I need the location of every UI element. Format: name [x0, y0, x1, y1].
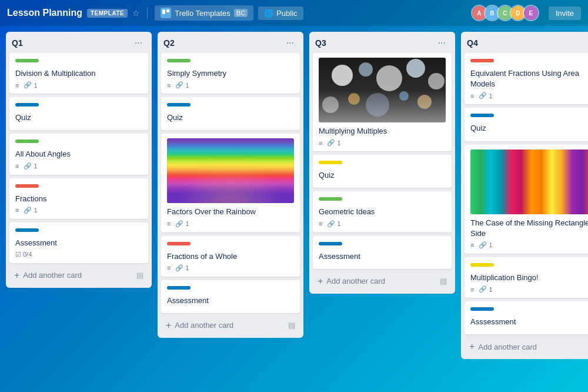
- star-icon[interactable]: ☆: [132, 8, 140, 18]
- card-meta: ≡ 🔗 1: [319, 139, 446, 147]
- card-label-blue: [15, 228, 39, 232]
- divider: [147, 7, 148, 19]
- column-menu-q3[interactable]: ···: [435, 36, 449, 49]
- attachment-count: 1: [185, 220, 189, 227]
- card-title: Multiplication Bingo!: [470, 273, 588, 283]
- card-factors-rainbow[interactable]: Factors Over the Rainbow ≡ 🔗 1: [161, 134, 300, 232]
- attachment-item: 🔗 1: [175, 220, 189, 228]
- description-icon-item: ≡: [470, 241, 474, 248]
- card-quiz-q2[interactable]: Quiz: [161, 97, 300, 130]
- card-label-green: [15, 59, 39, 62]
- add-card-button-q1[interactable]: + Add another card ▤: [9, 267, 148, 284]
- card-image-corridors: [470, 150, 588, 214]
- card-meta: ≡ 🔗 1: [15, 207, 142, 214]
- avatar[interactable]: E: [523, 5, 539, 21]
- card-quiz-q4[interactable]: Quiz: [465, 108, 588, 141]
- card-missing-rectangle[interactable]: The Case of the Missing Rectangle Side ≡…: [465, 145, 588, 254]
- checklist-count: 0/4: [23, 251, 32, 258]
- card-assessment-q1[interactable]: Assessment ☑ 0/4: [9, 222, 148, 263]
- card-meta: ≡ 🔗 1: [470, 92, 588, 99]
- card-quiz-q3[interactable]: Quiz: [313, 155, 452, 188]
- attachment-count: 1: [337, 220, 340, 227]
- plus-icon: +: [166, 320, 171, 331]
- checklist-item: ☑ 0/4: [15, 251, 32, 258]
- card-assessment-q2[interactable]: Assessment: [161, 280, 300, 313]
- column-content-q2: Simply Symmetry ≡ 🔗 1 Quiz: [158, 53, 303, 317]
- column-content-q4: Equivalent Fractions Using Area Models ≡…: [461, 53, 588, 338]
- card-assessment-q3[interactable]: Assessment: [313, 236, 452, 269]
- add-card-label: Add another card: [175, 321, 233, 330]
- card-all-about-angles[interactable]: All About Angles ≡ 🔗 1: [9, 134, 148, 174]
- visibility-button[interactable]: 🌐 Public: [258, 6, 303, 20]
- svg-point-4: [376, 65, 402, 91]
- attachment-item: 🔗 1: [327, 139, 340, 147]
- add-card-button-q4[interactable]: + Add another card ▤: [465, 338, 588, 356]
- invite-button[interactable]: Invite: [549, 6, 581, 20]
- card-title: Assessment: [15, 238, 142, 248]
- svg-point-2: [332, 65, 353, 86]
- card-title: Fractions of a Whole: [167, 251, 294, 262]
- card-title: Division & Multiplication: [15, 68, 142, 79]
- archive-icon: ▤: [440, 277, 447, 285]
- card-title: Equivalent Fractions Using Area Models: [470, 68, 588, 89]
- clip-icon: 🔗: [327, 220, 335, 228]
- card-meta: ≡ 🔗 1: [167, 81, 294, 89]
- lines-icon: ≡: [167, 82, 171, 89]
- column-header-q4: Q4 ···: [461, 32, 588, 53]
- column-q1: Q1 ··· Division & Multiplication ≡ 🔗 1: [6, 32, 152, 288]
- svg-rect-0: [162, 9, 165, 14]
- column-menu-q2[interactable]: ···: [283, 36, 298, 49]
- card-equivalent-fractions[interactable]: Equivalent Fractions Using Area Models ≡…: [465, 53, 588, 104]
- card-simply-symmetry[interactable]: Simply Symmetry ≡ 🔗 1: [161, 53, 300, 94]
- card-division-multiplication[interactable]: Division & Multiplication ≡ 🔗 1: [9, 53, 148, 94]
- column-title-q3: Q3: [315, 38, 326, 48]
- clip-icon: 🔗: [175, 264, 183, 272]
- card-image-rainbow: [167, 138, 294, 203]
- column-menu-q1[interactable]: ···: [131, 36, 146, 49]
- card-title: Simply Symmetry: [167, 68, 294, 79]
- add-card-label: Add another card: [326, 277, 385, 285]
- card-label-red: [167, 242, 191, 245]
- card-fractions-whole[interactable]: Fractions of a Whole ≡ 🔗 1: [161, 236, 300, 277]
- lines-icon: ≡: [167, 264, 171, 271]
- column-menu-q4[interactable]: ···: [586, 36, 588, 49]
- card-meta: ≡ 🔗 1: [167, 264, 294, 272]
- attachment-item: 🔗 1: [24, 81, 37, 89]
- attachment-item: 🔗 1: [24, 162, 37, 170]
- description-icon-item: ≡: [167, 82, 171, 89]
- add-card-button-q2[interactable]: + Add another card ▤: [161, 317, 300, 334]
- workspace-button[interactable]: Trello Templates BC: [155, 5, 253, 21]
- lines-icon: ≡: [470, 241, 474, 248]
- card-fractions-q1[interactable]: Fractions ≡ 🔗 1: [9, 178, 148, 219]
- globe-icon: 🌐: [264, 9, 273, 18]
- workspace-icon: [161, 8, 171, 18]
- card-assessment-q4[interactable]: Asssessment: [465, 301, 588, 334]
- clip-icon: 🔗: [24, 81, 32, 89]
- description-icon-item: ≡: [15, 82, 19, 89]
- attachment-item: 🔗 1: [479, 241, 492, 249]
- svg-point-9: [322, 97, 339, 113]
- bubbles-svg: [319, 58, 446, 122]
- template-badge: TEMPLATE: [87, 9, 128, 18]
- card-label-yellow: [319, 161, 342, 164]
- add-card-label: Add another card: [23, 271, 82, 280]
- lines-icon: ≡: [15, 162, 19, 170]
- card-label-green: [319, 197, 342, 201]
- card-label-green: [15, 139, 39, 143]
- board-title: Lesson Planning: [7, 8, 82, 18]
- attachment-count: 1: [489, 241, 492, 248]
- attachment-item: 🔗 1: [479, 92, 492, 99]
- column-header-q1: Q1 ···: [6, 32, 152, 53]
- card-geometric-ideas[interactable]: Geometric Ideas ≡ 🔗 1: [313, 191, 452, 232]
- card-quiz-q1a[interactable]: Quiz: [9, 97, 148, 130]
- card-meta: ≡ 🔗 1: [15, 162, 142, 170]
- attachment-count: 1: [34, 82, 37, 89]
- attachment-count: 1: [34, 162, 37, 170]
- card-multiplication-bingo[interactable]: Multiplication Bingo! ≡ 🔗 1: [465, 257, 588, 298]
- card-meta: ≡ 🔗 1: [319, 220, 446, 228]
- lines-icon: ≡: [319, 139, 322, 147]
- card-multiplying-multiples[interactable]: Multiplying Multiples ≡ 🔗 1: [313, 53, 452, 151]
- card-title: Quiz: [167, 112, 294, 123]
- column-title-q2: Q2: [163, 38, 175, 48]
- add-card-button-q3[interactable]: + Add another card ▤: [313, 273, 452, 290]
